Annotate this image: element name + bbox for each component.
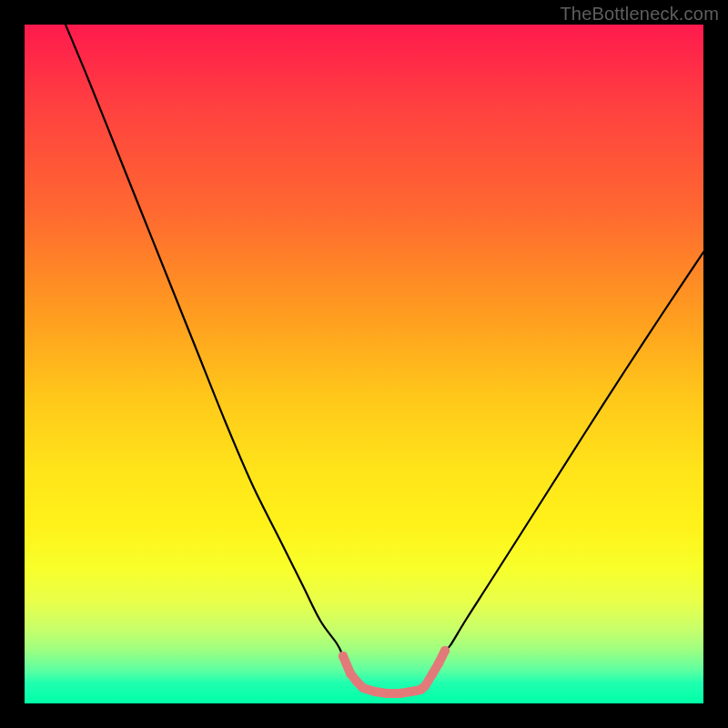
plot-area (25, 25, 703, 703)
valley-marker-dot (434, 659, 443, 668)
curve-layer (25, 25, 703, 703)
valley-marker-dot (339, 652, 348, 661)
valley-marker-dot (346, 669, 355, 678)
branding-text: TheBottleneck.com (560, 4, 719, 25)
v-curve (66, 25, 703, 693)
valley-marker-dot (440, 646, 450, 655)
valley-marker-group (339, 646, 450, 693)
chart-frame: TheBottleneck.com (0, 0, 728, 728)
